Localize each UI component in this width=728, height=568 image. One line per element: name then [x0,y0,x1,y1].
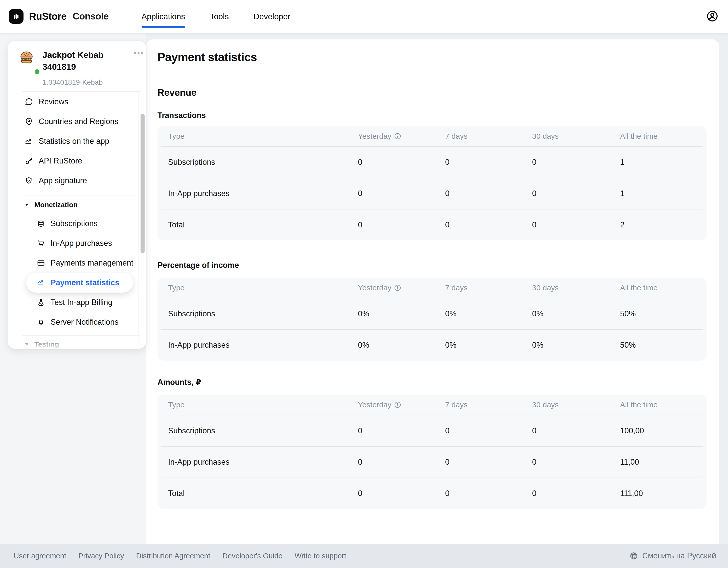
footer-link-distribution-agreement[interactable]: Distribution Agreement [136,552,210,560]
column-header: Type [168,400,358,409]
sidebar-item-payment-statistics[interactable]: Payment statistics [26,273,133,292]
nav-developer[interactable]: Developer [254,0,290,33]
sidebar-item-app-signature[interactable]: App signature [8,171,146,191]
info-icon[interactable] [394,284,401,291]
footer-link-user-agreement[interactable]: User agreement [14,552,66,560]
column-header: 30 days [532,132,620,141]
table-row: In-App purchases0%0%0%50% [157,330,707,360]
main-content: Payment statistics Revenue Transactions … [146,39,719,544]
sidebar-item-label: Subscriptions [51,219,98,228]
page-title: Payment statistics [157,51,719,64]
table-cell: 0 [445,158,532,167]
table-cell: 100,00 [620,426,707,435]
nav-tools[interactable]: Tools [210,0,229,33]
table-cell: 0 [358,189,445,198]
table-row: Subscriptions0%0%0%50% [157,298,707,329]
table-cell: 0 [358,489,445,498]
table-cell: 0 [532,458,620,467]
table-cell: 11,00 [620,458,707,467]
sidebar-item-payments-management[interactable]: Payments management [8,253,146,273]
table-cell: 0 [445,458,532,467]
table-row: Total000111,00 [157,478,707,509]
credit-card-icon [37,259,45,267]
section-monetization[interactable]: Monetization [8,196,146,214]
sidebar-item-api-rustore[interactable]: API RuStore [8,151,146,171]
info-icon[interactable] [394,401,401,408]
table-cell: 0% [445,309,532,318]
table-cell: In-App purchases [168,340,358,350]
column-header: Type [168,132,358,141]
sidebar-item-server-notifications[interactable]: Server Notifications [8,312,146,332]
table-cell: 0 [445,189,532,198]
sidebar-item-subscriptions[interactable]: Subscriptions [8,214,146,234]
kebab-menu-icon[interactable] [134,52,143,54]
app-card: Jackpot Kebab 3401819 1.03401819-Kebab [8,41,146,92]
footer-link-privacy-policy[interactable]: Privacy Policy [78,552,124,560]
table-cell: 1 [620,158,707,167]
table-cell: 0 [445,489,532,498]
table-cell: 50% [620,309,707,318]
table-cell: 0% [532,340,620,350]
app-version: 1.03401819-Kebab [42,78,103,86]
trend-icon [25,137,33,146]
brand-suffix: Console [73,11,108,22]
map-pin-icon [25,117,33,126]
scrollbar-thumb[interactable] [141,114,145,253]
column-header: All the time [620,284,707,292]
table-cell: 0 [532,220,620,230]
info-icon[interactable] [394,132,401,140]
amounts-heading: Amounts, ₽ [157,377,719,387]
table-cell: In-App purchases [168,458,358,467]
table-cell: Subscriptions [168,426,358,435]
language-switch-label: Сменить на Русский [642,551,716,560]
amounts-table: TypeYesterday7 days30 daysAll the timeSu… [157,395,707,509]
sidebar-item-label: Statistics on the app [39,137,109,146]
table-header-row: TypeYesterday7 days30 daysAll the time [157,395,707,415]
table-header-row: TypeYesterday7 days30 daysAll the time [157,278,707,298]
table-cell: 2 [620,220,707,230]
revenue-heading: Revenue [157,87,719,98]
rustore-mark-icon [11,11,21,21]
footer-link-developers-guide[interactable]: Developer's Guide [222,552,283,560]
footer-links: User agreement Privacy Policy Distributi… [14,552,346,560]
app-sidebar: Jackpot Kebab 3401819 1.03401819-Kebab R… [8,41,146,349]
table-cell: 0 [358,426,445,435]
table-cell: 0 [358,158,445,167]
table-cell: 0 [532,189,620,198]
column-header: 30 days [532,284,620,292]
column-header: Yesterday [358,284,445,292]
column-header: 7 days [445,400,532,409]
rustore-logo-icon[interactable] [9,9,24,24]
table-cell: 50% [620,340,707,350]
footer: User agreement Privacy Policy Distributi… [0,544,728,568]
table-row: Subscriptions0001 [157,147,707,178]
sidebar-item-label: Payments management [51,259,133,268]
table-header-row: TypeYesterday7 days30 daysAll the time [157,126,707,146]
sidebar-item-label: Test In-app Billing [51,298,112,307]
sidebar-item-test-in-app-billing[interactable]: Test In-app Billing [8,292,146,312]
table-cell: 0 [358,458,445,467]
flask-icon [37,298,45,307]
account-icon[interactable] [706,10,719,23]
section-testing[interactable]: Testing [8,335,146,349]
table-cell: 0% [358,309,445,318]
database-icon [37,219,45,228]
sidebar-item-in-app-purchases[interactable]: In-App purchases [8,234,146,253]
language-switch[interactable]: Сменить на Русский [629,551,716,560]
footer-link-write-to-support[interactable]: Write to support [294,552,346,560]
column-header: Type [168,284,358,292]
sidebar-item-statistics-on-the-app[interactable]: Statistics on the app [8,131,146,151]
sidebar-item-countries-and-regions[interactable]: Countries and Regions [8,112,146,131]
nav-applications[interactable]: Applications [142,0,185,33]
rustore-console-page: RuStore Console Applications Tools Devel… [0,0,728,568]
table-cell: 0 [532,489,620,498]
table-cell: In-App purchases [168,189,358,198]
sidebar-item-reviews[interactable]: Reviews [8,92,146,112]
table-cell: Total [168,220,358,230]
table-cell: Subscriptions [168,158,358,167]
table-cell: Total [168,489,358,498]
sidebar-item-label: In-App purchases [51,239,112,248]
shield-check-icon [25,176,33,185]
percentage-of-income-heading: Percentage of income [157,261,719,270]
sidebar-menu: Reviews Countries and Regions Statistics… [8,92,146,349]
